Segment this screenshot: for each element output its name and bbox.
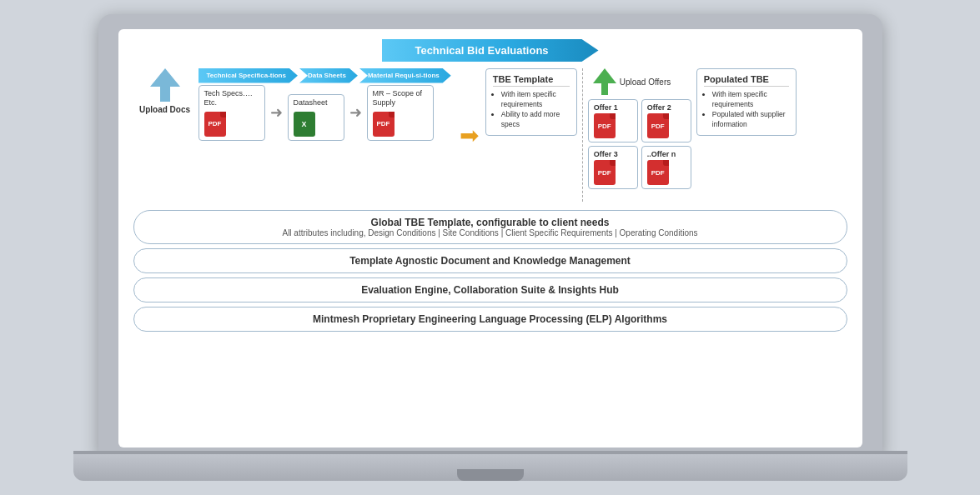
tbe-template-item-1: Ability to add more specs: [501, 110, 570, 130]
laptop-screen: Technical Bid Evaluations Upload Docs: [118, 29, 862, 448]
dashed-divider: [582, 68, 583, 202]
arrow-right-0: ➜: [270, 103, 283, 122]
excel-icon-1: X: [294, 112, 315, 137]
screen-bezel: Technical Bid Evaluations Upload Docs: [98, 14, 882, 456]
arrow-right-1: ➜: [349, 103, 362, 122]
doc-box-0: Tech Specs…. Etc. PDF: [199, 85, 265, 141]
laptop-notch: [457, 469, 524, 481]
doc-label-0: Tech Specs…. Etc.: [204, 89, 259, 108]
feature-box-title-0: Global TBE Template, configurable to cli…: [148, 217, 833, 228]
doc-label-2: MR – Scope of Supply: [373, 89, 428, 108]
offer-pdf-1: PDF: [647, 113, 669, 138]
upload-offers-row: Upload Offers: [588, 68, 691, 95]
arrow-up-head: [150, 68, 180, 87]
big-arrow: ➡: [460, 122, 479, 149]
step-chip-2: Material Requi-si-tions: [359, 68, 451, 83]
offer-label-1: Offer 2: [647, 103, 671, 112]
screen-content: Technical Bid Evaluations Upload Docs: [118, 29, 862, 448]
offer-box-3: ..Offer n PDF: [641, 146, 691, 189]
pdf-icon-2: PDF: [373, 112, 395, 137]
feature-box-0: Global TBE Template, configurable to cli…: [133, 210, 847, 244]
source-docs-row: Tech Specs…. Etc. PDF ➜ Datasheet X ➜: [199, 85, 453, 141]
upload-offers-label: Upload Offers: [620, 78, 671, 87]
tbe-template-box: TBE Template With item specific requirem…: [485, 68, 577, 136]
feature-box-title-3: Mintmesh Proprietary Engineering Languag…: [148, 313, 833, 325]
feature-box-2: Evaluation Engine, Collaboration Suite &…: [133, 278, 847, 302]
tbe-banner: Technical Bid Evaluations: [382, 39, 599, 62]
feature-box-3: Mintmesh Proprietary Engineering Languag…: [133, 307, 847, 332]
feature-boxes: Global TBE Template, configurable to cli…: [133, 210, 847, 332]
step-chip-0: Technical Specifica-tions: [199, 68, 298, 83]
populated-tbe-item-0: With item specific requirements: [712, 90, 789, 110]
offer-pdf-3: PDF: [647, 160, 669, 185]
step-arrows-row: Technical Specifica-tions Data Sheets Ma…: [199, 68, 453, 83]
offer-box-1: Offer 2 PDF: [641, 99, 691, 142]
populated-tbe-item-1: Populated with supplier information: [712, 110, 789, 130]
doc-label-1: Datasheet: [294, 98, 339, 108]
feature-box-title-1: Template Agnostic Document and Knowledge…: [148, 255, 833, 267]
laptop-shell: Technical Bid Evaluations Upload Docs: [73, 14, 907, 481]
populated-tbe-box: Populated TBE With item specific require…: [696, 68, 797, 136]
laptop-base: [73, 454, 907, 481]
doc-box-2: MR – Scope of Supply PDF: [367, 85, 434, 141]
offer-box-2: Offer 3 PDF: [588, 146, 638, 189]
populated-tbe-title: Populated TBE: [704, 74, 789, 87]
upload-docs-label: Upload Docs: [139, 105, 190, 114]
pdf-icon-0: PDF: [204, 112, 226, 137]
offer-pdf-2: PDF: [594, 160, 616, 185]
offer-box-0: Offer 1 PDF: [588, 99, 638, 142]
arrow-up-body: [160, 87, 170, 102]
tbe-template-items: With item specific requirements Ability …: [493, 90, 570, 130]
upload-offers-arrow-body: [601, 83, 608, 95]
upload-docs-col: Upload Docs: [137, 68, 193, 114]
upload-arrow: [150, 68, 180, 102]
tbe-banner-title: Technical Bid Evaluations: [415, 44, 548, 57]
offer-label-0: Offer 1: [594, 103, 618, 112]
populated-tbe-items: With item specific requirements Populate…: [704, 90, 789, 130]
feature-box-1: Template Agnostic Document and Knowledge…: [133, 248, 847, 273]
source-docs-steps: Technical Specifica-tions Data Sheets Ma…: [199, 68, 453, 141]
offers-grid: Offer 1 PDF Offer 2 PDF Offer 3 PDF: [588, 99, 691, 189]
doc-box-1: Datasheet X: [288, 94, 344, 141]
offer-label-3: ..Offer n: [647, 150, 676, 158]
upload-offers-arrow-head: [593, 68, 616, 83]
upload-offers-arrow: [593, 68, 616, 95]
tbe-template-item-0: With item specific requirements: [501, 90, 570, 110]
offer-label-2: Offer 3: [594, 150, 618, 158]
offers-section: Upload Offers Offer 1 PDF Offer 2 PDF: [588, 68, 691, 189]
offer-pdf-0: PDF: [594, 113, 616, 138]
step-chip-1: Data Sheets: [299, 68, 358, 83]
feature-box-subtitle-0: All attributes including, Design Conditi…: [148, 228, 833, 238]
diagram-area: Upload Docs Technical Specifica-tions Da…: [133, 68, 847, 202]
tbe-template-title: TBE Template: [493, 74, 570, 87]
feature-box-title-2: Evaluation Engine, Collaboration Suite &…: [148, 284, 833, 296]
